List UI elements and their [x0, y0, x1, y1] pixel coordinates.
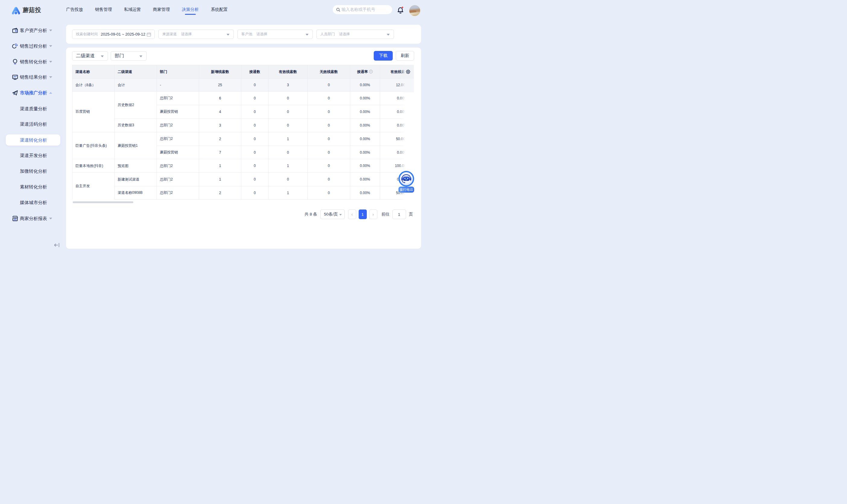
svg-text:?: ?	[370, 70, 372, 73]
svg-text:?: ?	[411, 70, 412, 73]
